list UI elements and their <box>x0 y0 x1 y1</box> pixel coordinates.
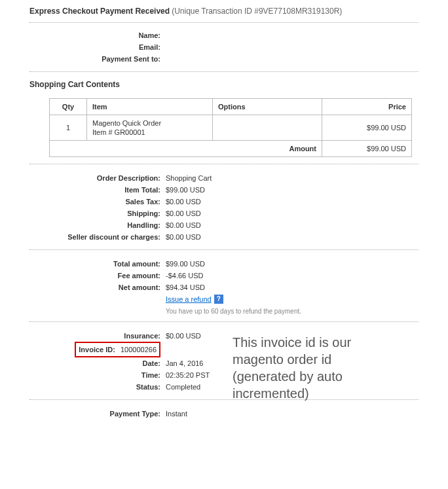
order-desc-label: Order Description: <box>29 172 164 184</box>
name-value <box>164 29 166 41</box>
col-item: Item <box>87 99 213 115</box>
cell-price: $99.00 USD <box>322 115 412 141</box>
page-title: Express Checkout Payment Received (Uniqu… <box>29 7 419 16</box>
invoice-id-label: Invoice ID: <box>79 344 119 355</box>
name-label: Name: <box>29 29 164 41</box>
order-desc-value: Shopping Cart <box>164 172 212 184</box>
payment-block: Payment Type: Instant <box>29 408 419 420</box>
item-total-value: $99.00 USD <box>164 184 205 196</box>
invoice-id-value: 100000266 <box>119 344 157 355</box>
time-label: Time: <box>29 369 164 381</box>
payment-sent-to-label: Payment Sent to: <box>29 53 164 65</box>
time-value: 02:35:20 PST <box>164 369 210 381</box>
divider <box>29 164 419 164</box>
status-value: Completed <box>164 381 200 393</box>
order-summary: Order Description: Shopping Cart Item To… <box>29 172 419 243</box>
transaction-id: (Unique Transaction ID #9VE77108MR319130… <box>172 7 342 16</box>
divider <box>29 22 419 23</box>
totals-block: Total amount: $99.00 USD Fee amount: -$4… <box>29 258 419 305</box>
email-label: Email: <box>29 41 164 53</box>
insurance-label: Insurance: <box>29 330 164 342</box>
handling-value: $0.00 USD <box>164 219 201 231</box>
col-price: Price <box>322 99 412 115</box>
refund-note: You have up to 60 days to refund the pay… <box>166 308 419 315</box>
buyer-info: Name: Email: Payment Sent to: <box>29 29 419 65</box>
total-amount-label: Total amount: <box>29 258 164 270</box>
cart-heading: Shopping Cart Contents <box>29 80 419 89</box>
seller-discount-label: Seller discount or charges: <box>29 231 164 243</box>
item-name: Magento Quick Order <box>92 119 207 127</box>
amount-label: Amount <box>50 141 322 157</box>
title-bold: Express Checkout Payment Received <box>29 7 170 16</box>
sales-tax-value: $0.00 USD <box>164 196 201 208</box>
total-amount-value: $99.00 USD <box>164 258 205 270</box>
handling-label: Handling: <box>29 219 164 231</box>
divider <box>29 71 419 72</box>
payment-type-label: Payment Type: <box>29 408 164 420</box>
seller-discount-value: $0.00 USD <box>164 231 201 243</box>
item-sku: Item # GR00001 <box>92 128 207 136</box>
insurance-value: $0.00 USD <box>164 330 201 342</box>
payment-type-value: Instant <box>164 408 187 420</box>
help-icon[interactable]: ? <box>214 295 223 304</box>
shipping-label: Shipping: <box>29 208 164 219</box>
status-label: Status: <box>29 381 164 393</box>
net-amount-label: Net amount: <box>29 281 164 293</box>
refund-spacer <box>29 293 164 305</box>
item-total-label: Item Total: <box>29 184 164 196</box>
email-value <box>164 41 166 53</box>
amount-value: $99.00 USD <box>322 141 412 157</box>
cell-options <box>213 115 322 141</box>
cell-item: Magento Quick Order Item # GR00001 <box>87 115 213 141</box>
col-options: Options <box>213 99 322 115</box>
col-qty: Qty <box>50 99 87 115</box>
date-label: Date: <box>29 357 164 369</box>
annotation-text: This invoice id is our magento order id … <box>233 334 396 402</box>
cart-table: Qty Item Options Price 1 Magento Quick O… <box>49 98 412 157</box>
invoice-id-highlight: Invoice ID: 100000266 <box>75 342 160 357</box>
payment-sent-to-value <box>164 53 166 65</box>
net-amount-value: $94.34 USD <box>164 281 205 293</box>
issue-refund-link[interactable]: Issue a refund <box>166 293 212 305</box>
table-header-row: Qty Item Options Price <box>50 99 412 115</box>
fee-amount-label: Fee amount: <box>29 270 164 281</box>
sales-tax-label: Sales Tax: <box>29 196 164 208</box>
table-row: 1 Magento Quick Order Item # GR00001 $99… <box>50 115 412 141</box>
amount-row: Amount $99.00 USD <box>50 141 412 157</box>
fee-amount-value: -$4.66 USD <box>164 270 203 281</box>
divider <box>29 249 419 250</box>
divider <box>29 321 419 322</box>
date-value: Jan 4, 2016 <box>164 357 204 369</box>
cell-qty: 1 <box>50 115 87 141</box>
shipping-value: $0.00 USD <box>164 208 201 219</box>
